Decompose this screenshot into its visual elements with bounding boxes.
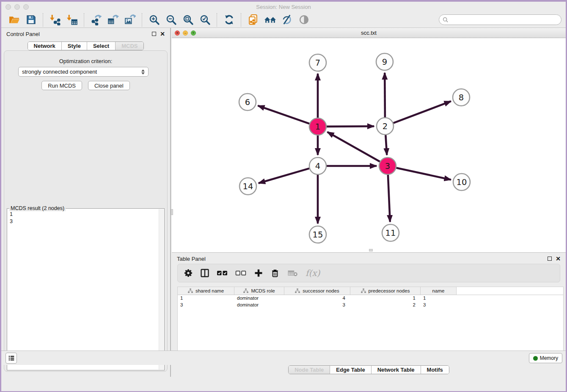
open-session-icon[interactable]: [8, 14, 20, 26]
zoom-fit-icon[interactable]: [182, 14, 194, 26]
node-9[interactable]: 9: [376, 53, 393, 70]
table-cell[interactable]: 3: [284, 302, 350, 309]
table-panel-tab-edge-table[interactable]: Edge Table: [330, 366, 371, 374]
optimization-criterion-select[interactable]: strongly connected component: [18, 67, 149, 77]
run-mcds-button[interactable]: Run MCDS: [41, 81, 82, 90]
node-1[interactable]: 1: [309, 118, 326, 135]
edge-1-6[interactable]: [258, 106, 310, 124]
zoom-in-icon[interactable]: [148, 14, 160, 26]
table-cell[interactable]: 1: [421, 295, 457, 302]
search-box[interactable]: [439, 14, 561, 25]
clone-network-icon[interactable]: [247, 14, 259, 26]
zoom-out-icon[interactable]: [165, 14, 177, 26]
table-cell[interactable]: 2: [350, 302, 421, 309]
refresh-icon[interactable]: [223, 14, 235, 26]
table-cell[interactable]: 1: [178, 295, 234, 302]
titlebar: Session: New Session: [1, 2, 566, 12]
table-toolbar: f(x): [177, 264, 560, 282]
hide-graphics-details-icon[interactable]: [281, 14, 293, 26]
control-panel-tab-network[interactable]: Network: [28, 42, 61, 50]
right-area: ✕ – + scc.txt 7 9 6 8 1 2 4 3 14 10 15 1…: [172, 28, 566, 377]
memory-button[interactable]: Memory: [529, 353, 562, 363]
table-mode-gear-icon[interactable]: [184, 268, 193, 278]
export-table-icon[interactable]: [107, 14, 119, 26]
column-selector-icon[interactable]: [200, 268, 209, 278]
splitter-grip-horizontal[interactable]: [369, 249, 373, 251]
task-history-button[interactable]: [6, 353, 17, 364]
memory-label: Memory: [540, 355, 558, 361]
close-panel-button[interactable]: Close panel: [88, 81, 130, 90]
control-panel-tab-mcds[interactable]: MCDS: [115, 42, 143, 50]
node-2[interactable]: 2: [377, 118, 394, 135]
toolbar-divider: [241, 13, 241, 27]
table-panel-tab-motifs[interactable]: Motifs: [421, 366, 449, 374]
node-14[interactable]: 14: [239, 178, 256, 195]
table-row[interactable]: 1dominator411: [178, 295, 563, 302]
node-4[interactable]: 4: [309, 157, 326, 174]
network-title: scc.txt: [172, 30, 566, 36]
mcds-result-groupbox: MCDS result (2 nodes) 1 3: [7, 208, 165, 370]
node-15[interactable]: 15: [309, 226, 326, 243]
result-scrollbar[interactable]: [159, 209, 164, 370]
network-canvas[interactable]: 7 9 6 8 1 2 4 3 14 10 15 11: [172, 38, 566, 252]
control-panel-tab-select[interactable]: Select: [87, 42, 115, 50]
search-input[interactable]: [451, 17, 558, 23]
node-3[interactable]: 3: [379, 157, 396, 174]
close-panel-icon[interactable]: ✕: [160, 32, 165, 36]
add-column-icon[interactable]: [254, 268, 263, 278]
control-panel: Control Panel ✕ NetworkStyleSelectMCDS O…: [1, 28, 171, 377]
control-panel-title: Control Panel: [6, 31, 40, 37]
table-cell[interactable]: 4: [284, 295, 350, 302]
network-graph[interactable]: 7 9 6 8 1 2 4 3 14 10 15 11: [172, 38, 566, 252]
table-panel-tab-network-table[interactable]: Network Table: [371, 366, 421, 374]
edge-2-8[interactable]: [394, 101, 451, 123]
edge-3-11[interactable]: [388, 175, 390, 222]
toolbar-divider: [43, 13, 43, 27]
zoom-selected-icon[interactable]: [198, 14, 211, 26]
column-header-predecessor-nodes[interactable]: predecessor nodes: [350, 287, 421, 295]
table-panel-tab-node-table[interactable]: Node Table: [289, 366, 330, 374]
node-10[interactable]: 10: [453, 174, 470, 190]
column-header-successor-nodes[interactable]: successor nodes: [284, 287, 350, 295]
import-network-icon[interactable]: [49, 14, 61, 26]
edge-2-3[interactable]: [385, 135, 387, 155]
mcds-result-text[interactable]: 1 3: [8, 210, 158, 369]
unselect-all-checkboxes-icon[interactable]: [235, 269, 247, 277]
node-6[interactable]: 6: [239, 94, 256, 110]
export-network-icon[interactable]: [90, 14, 102, 26]
column-header-MCDS-role[interactable]: MCDS role: [234, 287, 284, 295]
edge-3-10[interactable]: [396, 168, 451, 180]
close-table-panel-icon[interactable]: ✕: [556, 257, 561, 261]
table-cell[interactable]: 3: [178, 302, 234, 309]
control-panel-tabs: NetworkStyleSelectMCDS: [1, 41, 170, 50]
table-row[interactable]: 3dominator323: [178, 302, 563, 309]
edge-4-14[interactable]: [259, 168, 309, 183]
splitter-grip-vertical[interactable]: [171, 209, 173, 215]
save-session-icon[interactable]: [25, 14, 37, 26]
sort-icon: [243, 288, 248, 293]
svg-text:3: 3: [385, 161, 390, 171]
column-header-shared-name[interactable]: shared name: [178, 287, 234, 295]
edge-2-9[interactable]: [385, 73, 385, 117]
table-cell[interactable]: dominator: [234, 302, 284, 309]
export-image-icon[interactable]: [124, 14, 136, 26]
node-11[interactable]: 11: [382, 224, 399, 241]
table-cell[interactable]: dominator: [234, 295, 284, 302]
sort-icon: [295, 288, 300, 293]
window-title: Session: New Session: [1, 4, 566, 10]
float-table-panel-icon[interactable]: [548, 257, 552, 261]
import-table-icon[interactable]: [66, 14, 78, 26]
control-panel-tab-style[interactable]: Style: [61, 42, 87, 50]
node-7[interactable]: 7: [309, 54, 326, 71]
control-panel-tabgroup: NetworkStyleSelectMCDS: [28, 41, 144, 50]
edge-3-1[interactable]: [328, 132, 380, 162]
table-cell[interactable]: 3: [421, 302, 457, 309]
table-cell[interactable]: 1: [350, 295, 421, 302]
edge-1-2[interactable]: [327, 126, 374, 127]
node-8[interactable]: 8: [453, 89, 470, 106]
column-header-name[interactable]: name: [421, 287, 457, 295]
float-panel-icon[interactable]: [152, 32, 156, 36]
delete-row-icon[interactable]: [270, 268, 280, 278]
first-neighbors-icon[interactable]: [264, 14, 276, 26]
select-all-checkboxes-icon[interactable]: [217, 269, 228, 277]
